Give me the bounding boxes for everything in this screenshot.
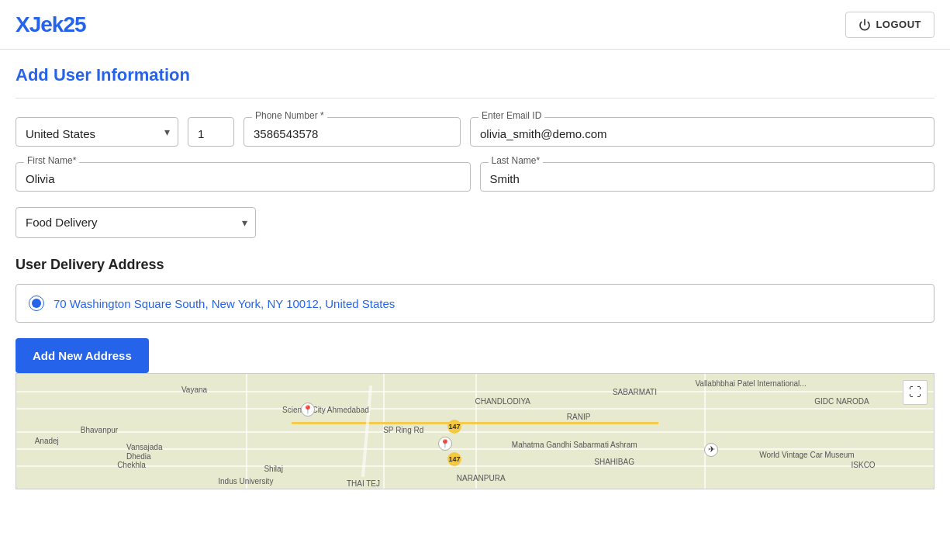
dial-code-input[interactable]: 1 [198,123,224,140]
contact-info-row: United States Canada United Kingdom Aust… [16,117,934,147]
map-label-vayana: Vayana [181,385,207,394]
map-label-naranpura: NARANPURA [457,474,506,482]
map-background: Anadej Bhavanpur Vayana Vansajada Dhedia… [16,374,934,489]
address-row: 70 Washington Square South, New York, NY… [16,284,934,323]
map-label-thaltej: THAI TEJ [347,479,380,488]
dial-code-field: 1 [188,117,234,147]
address-main: 70 Washington Square South, New York, NY… [54,297,325,310]
logo-text-black: XJek [16,12,63,36]
app-logo: XJek25 [16,12,86,37]
add-address-button[interactable]: Add New Address [16,338,149,373]
map-expand-button[interactable]: ⛶ [903,380,928,405]
email-label: Enter Email ID [478,110,544,121]
map-label-vallabhbhai: Vallabhbhai Patel International... [695,379,806,388]
logout-button[interactable]: LOGOUT [845,12,934,38]
phone-field: Phone Number * 3586543578 [244,117,461,147]
firstname-input[interactable]: Olivia [26,168,461,185]
map-label-ranip: RANIP [567,413,591,421]
lastname-input[interactable]: Smith [490,168,925,185]
map-label-sciencecity: Science City Ahmedabad [282,406,369,414]
map-label-iskco: ISKCO [852,461,876,469]
address-text: 70 Washington Square South, New York, NY… [54,297,395,310]
map-label-shilaj: Shilaj [264,465,282,473]
map-marker-science: 📍 [301,403,315,417]
map-label-chandlodiya: CHANDLODIYA [475,397,531,406]
email-field: Enter Email ID olivia_smith@demo.com [470,117,934,147]
map-label-chekhla: Chekhla [117,461,146,469]
lastname-field: Last Name* Smith [480,162,935,192]
map-road-v2 [475,374,477,489]
logout-label: LOGOUT [876,19,921,30]
service-field: Food Delivery Grocery Delivery Package D… [16,207,256,238]
lastname-label: Last Name* [489,155,544,166]
map-marker-ashram: 📍 [438,437,452,451]
phone-input[interactable]: 3586543578 [254,123,451,140]
divider [16,98,934,99]
name-row: First Name* Olivia Last Name* Smith [16,162,934,192]
map-label-anadej: Anadej [35,437,59,445]
app-header: XJek25 LOGOUT [0,0,950,50]
map-label-bhavanpur: Bhavanpur [81,426,118,434]
service-select[interactable]: Food Delivery Grocery Delivery Package D… [26,216,246,229]
map-container: Anadej Bhavanpur Vayana Vansajada Dhedia… [16,373,934,489]
address-country: United States [325,297,395,310]
page-title: Add User Information [16,65,934,85]
map-label-dhedia: Dhedia [126,452,151,461]
map-marker-airport: ✈ [704,443,718,457]
phone-label: Phone Number * [252,110,327,121]
map-label-springrd: SP Ring Rd [383,426,423,434]
map-label-vansajada: Vansajada [126,443,163,451]
email-input[interactable]: olivia_smith@demo.com [480,123,924,140]
map-badge-147b: 147 [447,452,461,466]
map-label-ashram: Mahatma Gandhi Sabarmati Ashram [512,441,637,449]
map-label-sabarmati: SABARMATI [613,388,657,396]
map-label-shahibag: SHAHIBAG [594,458,634,466]
address-radio[interactable] [29,296,44,311]
map-road-v1 [246,374,247,489]
firstname-field: First Name* Olivia [16,162,471,192]
firstname-label: First Name* [24,155,79,166]
delivery-section-title: User Delivery Address [16,257,934,273]
map-road-yellow [292,422,658,424]
map-road-v3 [704,374,706,489]
map-label-indus: Indus University [218,477,273,486]
logo-text-blue: 25 [63,12,85,36]
country-select[interactable]: United States Canada United Kingdom Aust… [26,123,168,140]
country-field: United States Canada United Kingdom Aust… [16,117,178,147]
main-content: Add User Information United States Canad… [0,50,950,505]
power-icon [858,19,871,31]
map-label-gidc: GIDC NARODA [814,397,869,406]
map-label-vintage: World Vintage Car Museum [759,451,854,459]
